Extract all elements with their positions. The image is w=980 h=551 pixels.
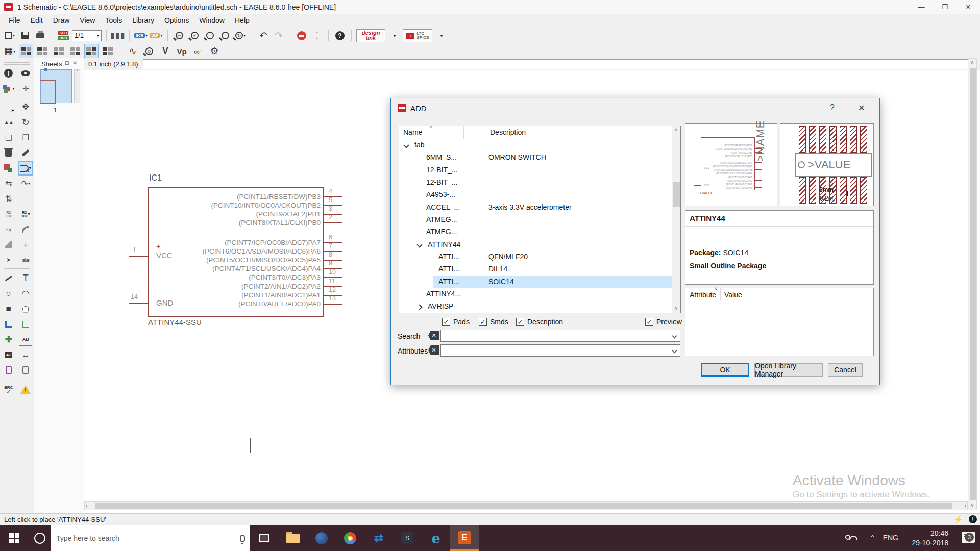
module-icon[interactable] <box>3 364 15 377</box>
mark-icon[interactable]: ✛ <box>19 83 32 95</box>
ulp-icon[interactable]: ULP▾ <box>150 29 163 42</box>
tree-item[interactable]: 12-BIT_... <box>399 164 680 177</box>
voltage-probe-icon[interactable]: Vp <box>175 44 188 58</box>
script-icon[interactable]: SCR▾ <box>134 29 148 42</box>
zoom-out-icon[interactable]: − <box>203 29 216 42</box>
stop-icon[interactable] <box>295 29 308 42</box>
label-icon[interactable]: AB <box>19 334 32 346</box>
close-panel-icon[interactable]: ✕ <box>73 60 77 66</box>
replace-icon[interactable]: ↷▾ <box>19 178 32 190</box>
vertical-scrollbar[interactable]: ˄ ˅ <box>968 58 977 510</box>
checkbox-checked-icon[interactable]: ✓ <box>516 318 524 326</box>
chevron-down-icon[interactable] <box>672 348 677 354</box>
smds-checkbox[interactable]: ✓ Smds <box>479 318 508 326</box>
chrome-icon[interactable] <box>336 525 364 551</box>
change-wrench-icon[interactable] <box>19 147 32 159</box>
show-eye-icon[interactable] <box>19 67 32 80</box>
column-name[interactable]: Name <box>403 128 422 136</box>
port-icon[interactable] <box>19 364 32 377</box>
checkbox-checked-icon[interactable]: ✓ <box>442 318 450 326</box>
dimension-icon[interactable]: ↔ <box>19 349 32 361</box>
copy-icon[interactable]: ❏ <box>3 132 15 144</box>
scroll-down-icon[interactable]: ˅ <box>675 305 678 313</box>
column-description[interactable]: Description <box>490 128 526 136</box>
tree-item[interactable]: ATMEG... <box>399 214 680 226</box>
pattern-icon[interactable]: +⣿ <box>3 223 15 236</box>
sheet-number[interactable]: 1 <box>54 106 57 114</box>
start-button[interactable] <box>0 525 29 551</box>
rotate-icon[interactable]: ↻ <box>19 116 32 129</box>
tree-item[interactable]: ATTINY4... <box>399 288 680 300</box>
checkbox-checked-icon[interactable]: ✓ <box>479 318 487 326</box>
sch-brd-toggle-icon[interactable]: SCH BRD <box>57 29 70 42</box>
notification-icon[interactable]: 3 <box>962 532 975 543</box>
net-icon[interactable] <box>19 318 32 331</box>
info-icon[interactable]: i <box>3 67 15 80</box>
link-icon[interactable]: ∞+ <box>191 44 205 58</box>
tree-item[interactable]: 6MM_S... OMRON SWITCH <box>399 152 680 164</box>
list-header[interactable]: Name ˄ Description <box>399 126 680 139</box>
split-icon[interactable]: ≡\≡ <box>19 254 32 266</box>
scroll-left-icon[interactable]: ‹ <box>86 502 87 510</box>
eagle-taskbar-icon[interactable]: E <box>450 525 479 551</box>
open-icon[interactable]: ▾ <box>3 29 16 42</box>
design-link-dropdown-icon[interactable]: ▾ <box>387 29 401 42</box>
bus-icon[interactable] <box>3 318 15 331</box>
menu-view[interactable]: View <box>75 15 100 26</box>
ok-button[interactable]: OK <box>701 363 749 377</box>
smash-icon[interactable]: R210k▾ <box>19 208 32 220</box>
clock[interactable]: 20:46 29-10-2018 <box>912 529 948 548</box>
menu-file[interactable]: File <box>4 15 25 26</box>
menu-options[interactable]: Options <box>160 15 193 26</box>
menu-window[interactable]: Window <box>194 15 229 26</box>
layer-settings-icon[interactable]: ▮▮▮ <box>111 29 125 42</box>
delete-icon[interactable] <box>3 147 15 159</box>
voltage-icon[interactable]: V <box>159 44 172 58</box>
tree-item[interactable]: ATMEG... <box>399 226 680 238</box>
help-icon[interactable]: ? <box>333 29 347 42</box>
window-layout-6-icon[interactable] <box>101 44 114 58</box>
checkbox-checked-icon[interactable]: ✓ <box>645 318 653 326</box>
menu-library[interactable]: Library <box>128 15 159 26</box>
component-value[interactable]: ATTINY44-SSU <box>148 318 202 327</box>
redo-icon[interactable]: ↷ <box>272 29 285 42</box>
description-checkbox[interactable]: ✓ Description <box>516 318 563 326</box>
arc-icon[interactable]: ◠ <box>19 288 32 300</box>
save-icon[interactable] <box>18 29 32 42</box>
tree-item[interactable]: ATTI... DIL14 <box>399 263 680 276</box>
tree-item[interactable]: ACCEL_... 3-axis 3.3V accelerometer <box>399 202 680 214</box>
dialog-help-icon[interactable]: ? <box>830 103 835 112</box>
miter-round-icon[interactable] <box>19 223 32 236</box>
tree-item-avrisp[interactable]: AVRISP <box>399 300 680 313</box>
polygon-icon[interactable] <box>19 303 32 315</box>
sheet-thumbnail[interactable] <box>40 69 72 103</box>
ltspice-dropdown-icon[interactable]: ▾ <box>434 29 448 42</box>
tree-item[interactable]: 12-BIT_... <box>399 177 680 189</box>
attributes-input[interactable] <box>440 344 680 357</box>
scrollbar-thumb[interactable] <box>673 182 680 207</box>
tree-item-attiny44[interactable]: ATTINY44 <box>399 239 680 251</box>
window-layout-3-icon[interactable] <box>52 44 65 58</box>
task-view-icon[interactable] <box>250 525 279 551</box>
cancel-button[interactable]: Cancel <box>828 363 863 377</box>
list-scrollbar[interactable]: ˄ ˅ <box>672 126 680 313</box>
open-library-manager-button[interactable]: Open Library Manager <box>754 363 823 377</box>
traffic-light-icon[interactable]: ⁚ <box>310 29 324 42</box>
zoom-redraw-icon[interactable]: ↻▾ <box>234 29 247 42</box>
probe-icon[interactable]: Q <box>142 44 156 58</box>
mirror-icon[interactable]: ▲▲ <box>3 116 15 129</box>
zoom-fit-icon[interactable]: ▭ <box>173 29 186 42</box>
grid-icon[interactable]: ▦▾ <box>3 44 16 58</box>
invoke-icon[interactable]: ➤ <box>3 254 15 266</box>
preview-checkbox[interactable]: ✓ Preview <box>645 318 682 326</box>
attr-col-attribute[interactable]: Attribute <box>690 291 716 299</box>
tree-item[interactable]: A4953-... <box>399 189 680 201</box>
edge-icon[interactable]: e <box>422 525 450 551</box>
miter-chamfer-icon[interactable] <box>3 239 15 251</box>
minimize-button[interactable]: — <box>910 0 933 14</box>
value-icon[interactable]: R210k <box>3 208 15 220</box>
scroll-up-icon[interactable]: ˄ <box>675 126 678 134</box>
ltspice-button[interactable]: ∿ LTC SPICE <box>403 29 432 42</box>
float-panel-icon[interactable]: ⊡ <box>65 60 69 66</box>
zoom-select-icon[interactable] <box>218 29 232 42</box>
